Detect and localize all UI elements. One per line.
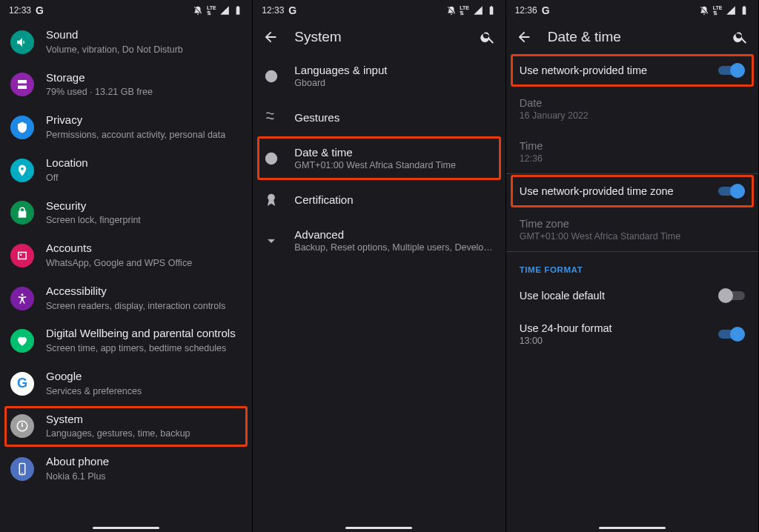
- settings-item-system[interactable]: SystemLanguages, gestures, time, backup: [0, 405, 252, 448]
- signal-icon: [726, 5, 736, 16]
- row-sub: Permissions, account activity, personal …: [46, 129, 242, 142]
- system-icon: [10, 414, 34, 438]
- system-list[interactable]: Languages & inputGboard Gestures Date & …: [253, 53, 505, 532]
- network-timezone-toggle[interactable]: Use network-provided time zone: [506, 174, 758, 208]
- system-panel: 12:33 G LTE⇅ System Languages & inputGbo…: [253, 0, 506, 532]
- google-icon: G: [542, 4, 550, 16]
- row-title: Privacy: [46, 113, 242, 127]
- signal-icon: [473, 5, 483, 16]
- settings-list[interactable]: SoundVolume, vibration, Do Not Disturb S…: [0, 21, 252, 532]
- page-title: System: [294, 29, 463, 45]
- row-title: Use network-provided time: [520, 64, 708, 76]
- switch[interactable]: [718, 63, 745, 78]
- location-icon: [10, 159, 34, 182]
- settings-item-sound[interactable]: SoundVolume, vibration, Do Not Disturb: [0, 21, 252, 64]
- search-button[interactable]: [732, 28, 749, 46]
- row-title: Date & time: [294, 146, 494, 159]
- settings-item-about[interactable]: About phoneNokia 6.1 Plus: [0, 448, 252, 491]
- row-sub: WhatsApp, Google and WPS Office: [46, 257, 242, 270]
- row-sub: Off: [46, 172, 242, 184]
- row-sub: Gboard: [294, 78, 494, 88]
- date-row: Date16 January 2022: [506, 87, 758, 130]
- system-item-languages[interactable]: Languages & inputGboard: [253, 53, 505, 99]
- 24hour-toggle[interactable]: Use 24-hour format13:00: [506, 313, 758, 356]
- page-title: Date & time: [548, 29, 717, 45]
- row-title: Advanced: [294, 228, 494, 241]
- nav-bar-pill[interactable]: [599, 527, 666, 529]
- settings-item-location[interactable]: LocationOff: [0, 149, 252, 192]
- system-item-gestures[interactable]: Gestures: [253, 99, 505, 136]
- settings-item-accessibility[interactable]: AccessibilityScreen readers, display, in…: [0, 277, 252, 320]
- privacy-icon: [10, 116, 34, 139]
- google-logo-icon: G: [10, 372, 34, 396]
- lte-icon: LTE⇅: [460, 5, 470, 16]
- section-header: TIME FORMAT: [506, 252, 758, 279]
- switch[interactable]: [718, 288, 745, 303]
- datetime-panel: 12:36 G LTE⇅ Date & time Use network-pro…: [506, 0, 759, 532]
- storage-icon: [10, 73, 34, 96]
- search-button[interactable]: [479, 28, 497, 46]
- settings-item-wellbeing[interactable]: Digital Wellbeing and parental controlsS…: [0, 319, 252, 362]
- row-title: Use 24-hour format: [520, 322, 708, 334]
- nav-bar-pill[interactable]: [345, 527, 412, 529]
- switch[interactable]: [718, 327, 745, 342]
- sound-icon: [10, 30, 34, 54]
- settings-item-accounts[interactable]: AccountsWhatsApp, Google and WPS Office: [0, 234, 252, 277]
- settings-item-google[interactable]: G GoogleServices & preferences: [0, 362, 252, 405]
- row-sub: Backup, Reset options, Multiple users, D…: [294, 242, 494, 253]
- settings-item-security[interactable]: SecurityScreen lock, fingerprint: [0, 192, 252, 235]
- row-sub: 16 January 2022: [520, 110, 745, 121]
- row-sub: Screen lock, fingerprint: [46, 214, 242, 227]
- row-title: Digital Wellbeing and parental controls: [46, 327, 242, 341]
- settings-item-privacy[interactable]: PrivacyPermissions, account activity, pe…: [0, 106, 252, 149]
- time-row: Time12:36: [506, 130, 758, 173]
- battery-icon: [739, 5, 749, 16]
- app-bar: Date & time: [506, 21, 758, 53]
- gestures-icon: [263, 109, 279, 125]
- switch[interactable]: [718, 184, 745, 199]
- system-item-datetime[interactable]: Date & timeGMT+01:00 West Africa Standar…: [253, 136, 505, 181]
- row-title: Certification: [294, 193, 494, 206]
- row-sub: 13:00: [520, 336, 708, 346]
- row-title: System: [46, 413, 242, 427]
- certification-icon: [263, 191, 279, 207]
- dnd-icon: [446, 5, 457, 16]
- row-title: Time: [520, 140, 745, 152]
- nav-bar-pill[interactable]: [93, 527, 159, 529]
- row-title: Use network-provided time zone: [520, 185, 708, 197]
- row-sub: Services & preferences: [46, 385, 242, 398]
- svg-point-4: [21, 473, 23, 474]
- row-title: Gestures: [294, 111, 494, 124]
- system-item-advanced[interactable]: AdvancedBackup, Reset options, Multiple …: [253, 218, 505, 263]
- row-sub: Nokia 6.1 Plus: [46, 471, 242, 483]
- datetime-list[interactable]: Use network-provided time Date16 January…: [506, 53, 758, 532]
- settings-main-panel: 12:33 G LTE⇅ SoundVolume, vibration, Do …: [0, 0, 253, 532]
- row-title: Accessibility: [46, 285, 242, 299]
- battery-icon: [486, 5, 497, 16]
- app-bar: System: [253, 21, 505, 53]
- status-bar: 12:36 G LTE⇅: [506, 0, 758, 21]
- network-time-toggle[interactable]: Use network-provided time: [506, 53, 758, 87]
- row-title: Use locale default: [520, 290, 708, 302]
- status-bar: 12:33 G LTE⇅: [0, 0, 252, 21]
- row-title: Security: [46, 199, 242, 213]
- battery-icon: [233, 5, 243, 16]
- row-title: Languages & input: [294, 64, 494, 76]
- dnd-icon: [193, 5, 203, 16]
- timezone-row: Time zoneGMT+01:00 West Africa Standard …: [506, 208, 758, 251]
- clock: 12:33: [9, 5, 31, 16]
- back-button[interactable]: [515, 28, 533, 46]
- row-title: About phone: [46, 455, 242, 469]
- row-sub: GMT+01:00 West Africa Standard Time: [520, 231, 745, 242]
- status-bar: 12:33 G LTE⇅: [253, 0, 505, 21]
- dnd-icon: [699, 5, 709, 16]
- system-item-certification[interactable]: Certification: [253, 181, 505, 218]
- globe-icon: [263, 68, 279, 84]
- locale-default-toggle[interactable]: Use locale default: [506, 279, 758, 313]
- row-sub: Languages, gestures, time, backup: [46, 428, 242, 440]
- settings-item-storage[interactable]: Storage79% used · 13.21 GB free: [0, 64, 252, 107]
- row-sub: GMT+01:00 West Africa Standard Time: [294, 160, 494, 170]
- back-button[interactable]: [262, 28, 279, 46]
- accounts-icon: [10, 244, 34, 267]
- svg-rect-2: [21, 423, 23, 426]
